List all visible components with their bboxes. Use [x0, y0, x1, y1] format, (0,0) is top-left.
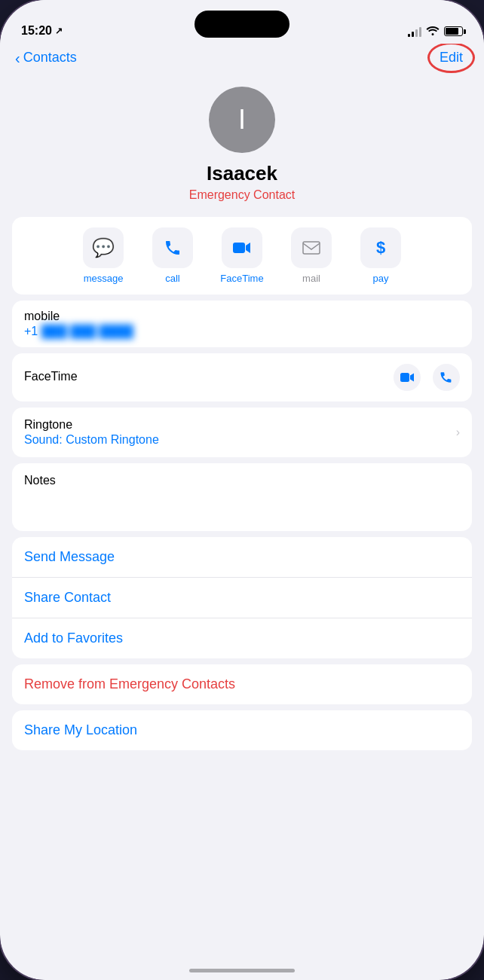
phone-screen: 15:20 ↗	[0, 0, 484, 980]
signal-bars	[408, 26, 421, 37]
pay-icon: $	[360, 227, 401, 268]
battery-fill	[446, 28, 458, 35]
message-icon: 💬	[83, 227, 124, 268]
scroll-padding	[0, 756, 484, 786]
contact-subtitle: Emergency Contact	[189, 188, 296, 202]
back-chevron-icon: ‹	[15, 50, 20, 66]
call-action-button[interactable]: call	[142, 227, 203, 284]
ringtone-section: Ringtone Sound: Custom Ringtone ›	[12, 408, 472, 457]
add-favorites-label: Add to Favorites	[24, 630, 123, 646]
bottom-section: Share My Location	[12, 710, 472, 750]
phone-value[interactable]: +1 ███ ███ ████	[24, 325, 460, 338]
signal-bar-1	[408, 34, 410, 37]
signal-bar-2	[412, 32, 414, 37]
pay-label: pay	[373, 273, 389, 284]
pay-action-button[interactable]: $ pay	[351, 227, 411, 284]
share-location-button[interactable]: Share My Location	[12, 710, 472, 750]
phone-section: mobile +1 ███ ███ ████	[12, 301, 472, 347]
nav-bar: ‹ Contacts Edit	[0, 44, 484, 75]
send-message-button[interactable]: Send Message	[12, 537, 472, 578]
scroll-content[interactable]: I Isaacek Emergency Contact 💬 message	[0, 75, 484, 980]
home-indicator	[189, 969, 295, 972]
contact-header: I Isaacek Emergency Contact	[0, 75, 484, 217]
facetime-icons	[394, 364, 460, 391]
time-display: 15:20	[21, 24, 52, 38]
contact-name: Isaacek	[207, 162, 277, 185]
battery-icon	[444, 26, 463, 36]
remove-emergency-contacts-button[interactable]: Remove from Emergency Contacts	[12, 664, 472, 704]
facetime-video-button[interactable]	[394, 364, 421, 391]
mail-action-button[interactable]: mail	[281, 227, 342, 284]
svg-rect-1	[303, 242, 320, 254]
mail-label: mail	[302, 273, 320, 284]
wifi-icon	[426, 25, 440, 38]
share-location-label: Share My Location	[24, 722, 137, 737]
facetime-icon	[222, 227, 262, 268]
back-label: Contacts	[23, 50, 77, 66]
ringtone-row[interactable]: Ringtone Sound: Custom Ringtone ›	[12, 408, 472, 457]
remove-emergency-label: Remove from Emergency Contacts	[24, 676, 235, 691]
location-icon: ↗	[55, 26, 63, 36]
facetime-row-label: FaceTime	[24, 370, 78, 383]
edit-highlight-circle	[427, 42, 475, 73]
facetime-audio-button[interactable]	[433, 364, 460, 391]
ringtone-label: Ringtone	[24, 418, 159, 432]
send-message-label: Send Message	[24, 549, 115, 564]
facetime-section: FaceTime	[12, 353, 472, 401]
ringtone-value: Sound: Custom Ringtone	[24, 433, 159, 447]
action-list: Send Message Share Contact Add to Favori…	[12, 537, 472, 658]
svg-rect-2	[400, 373, 409, 382]
phone-prefix: +1	[24, 325, 38, 337]
signal-bar-4	[419, 27, 421, 37]
avatar-letter: I	[238, 104, 246, 136]
phone-row: mobile +1 ███ ███ ████	[12, 301, 472, 347]
call-icon	[152, 227, 193, 268]
mail-icon	[291, 227, 332, 268]
share-contact-button[interactable]: Share Contact	[12, 578, 472, 618]
facetime-action-button[interactable]: FaceTime	[212, 227, 272, 284]
danger-action-section: Remove from Emergency Contacts	[12, 664, 472, 704]
signal-bar-3	[415, 29, 418, 37]
message-label: message	[84, 273, 124, 284]
facetime-row: FaceTime	[12, 353, 472, 401]
notes-section: Notes	[12, 463, 472, 531]
action-buttons-row: 💬 message call	[12, 217, 472, 295]
status-time: 15:20 ↗	[21, 24, 63, 38]
phone-label: mobile	[24, 310, 460, 323]
call-label: call	[165, 273, 180, 284]
ringtone-content: Ringtone Sound: Custom Ringtone	[24, 418, 159, 447]
ringtone-chevron-icon: ›	[456, 426, 460, 439]
avatar: I	[209, 87, 275, 153]
notes-label: Notes	[12, 463, 472, 531]
add-favorites-button[interactable]: Add to Favorites	[12, 618, 472, 658]
phone-frame: 15:20 ↗	[0, 0, 484, 980]
message-action-button[interactable]: 💬 message	[73, 227, 133, 284]
status-icons	[408, 25, 463, 38]
svg-rect-0	[233, 243, 245, 253]
share-contact-label: Share Contact	[24, 590, 111, 605]
facetime-label: FaceTime	[220, 273, 263, 284]
back-button[interactable]: ‹ Contacts	[15, 50, 77, 66]
phone-number-blurred: ███ ███ ████	[41, 325, 133, 338]
edit-btn-container: Edit	[433, 47, 469, 69]
dynamic-island	[195, 11, 289, 38]
